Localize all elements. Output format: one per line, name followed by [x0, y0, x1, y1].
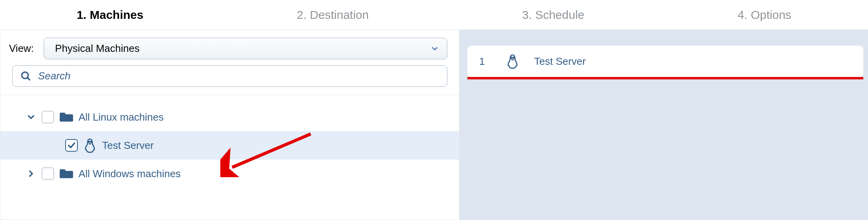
- wizard-tabs: 1. Machines 2. Destination 3. Schedule 4…: [0, 0, 868, 29]
- tree-group-label: All Linux machines: [79, 111, 164, 123]
- annotation-underline: [467, 77, 863, 79]
- machine-tree: All Linux machines Test Server: [0, 95, 459, 188]
- folder-icon: [60, 168, 73, 179]
- view-toolbar: View: Physical Machines: [0, 30, 459, 63]
- selected-item-label: Test Server: [534, 55, 586, 68]
- content-area: View: Physical Machines: [0, 29, 868, 220]
- selected-panel: 1 Test Server: [460, 30, 868, 220]
- search-input[interactable]: [37, 70, 439, 82]
- selected-item-index: 1: [479, 55, 491, 68]
- chevron-right-icon[interactable]: [26, 169, 36, 179]
- linux-icon: [83, 138, 97, 153]
- view-dropdown[interactable]: Physical Machines: [44, 38, 447, 59]
- tab-destination[interactable]: 2. Destination: [297, 8, 369, 22]
- search-row: [0, 63, 459, 95]
- folder-icon: [60, 112, 73, 123]
- tab-options[interactable]: 4. Options: [738, 8, 791, 22]
- view-label: View:: [9, 42, 34, 55]
- svg-point-6: [513, 57, 514, 59]
- chevron-down-icon[interactable]: [26, 112, 36, 122]
- selected-item-card[interactable]: 1 Test Server: [467, 46, 863, 77]
- tree-item-label: Test Server: [102, 139, 154, 152]
- tree-item-test-server[interactable]: Test Server: [0, 131, 459, 160]
- checkbox-linux-group[interactable]: [42, 111, 54, 123]
- search-icon: [20, 71, 31, 82]
- svg-point-3: [90, 141, 92, 143]
- tree-group-linux[interactable]: All Linux machines: [0, 103, 459, 131]
- tree-group-windows[interactable]: All Windows machines: [0, 160, 459, 188]
- machines-panel: View: Physical Machines: [0, 30, 460, 220]
- tab-machines[interactable]: 1. Machines: [77, 8, 143, 22]
- svg-point-2: [88, 141, 90, 143]
- checkbox-windows-group[interactable]: [42, 167, 54, 180]
- view-dropdown-value: Physical Machines: [55, 42, 139, 55]
- tree-group-label: All Windows machines: [79, 168, 181, 180]
- search-box[interactable]: [12, 65, 447, 87]
- linux-icon: [506, 54, 519, 69]
- checkbox-test-server[interactable]: [65, 139, 78, 152]
- chevron-down-icon: [430, 44, 439, 53]
- svg-line-1: [27, 77, 30, 80]
- tab-schedule[interactable]: 3. Schedule: [522, 8, 584, 22]
- svg-point-5: [511, 57, 512, 59]
